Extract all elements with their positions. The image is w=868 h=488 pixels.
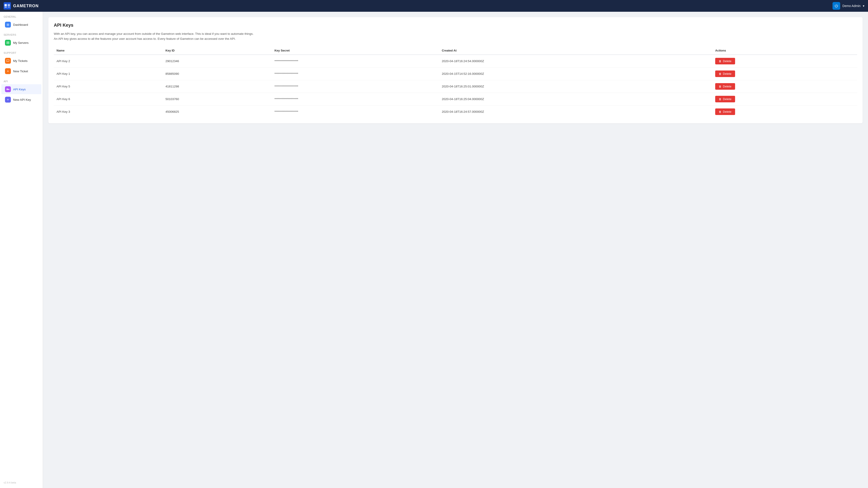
svg-rect-3: [4, 7, 7, 8]
table-row: API Key 6 50103760 ******************** …: [54, 93, 857, 105]
delete-label: Delete: [723, 85, 732, 88]
cell-key-secret: ********************: [272, 68, 439, 80]
layout: General ⊞ Dashboard Servers My Servers S…: [0, 12, 868, 488]
sidebar-item-new-ticket[interactable]: New Ticket: [1, 66, 41, 76]
sidebar-label-my-servers: My Servers: [13, 41, 29, 44]
cell-key-secret: ********************: [272, 55, 439, 68]
logo: GAMETRON: [4, 2, 39, 9]
cell-key-secret: ********************: [272, 93, 439, 105]
cell-actions: 🗑 Delete: [712, 105, 857, 118]
cell-name: API Key 6: [54, 93, 163, 105]
sidebar: General ⊞ Dashboard Servers My Servers S…: [0, 12, 43, 488]
sidebar-section-support: Support: [0, 48, 43, 56]
sidebar-item-api-keys[interactable]: API Keys: [1, 84, 41, 94]
col-created-at: Created At: [439, 46, 712, 55]
cell-key-id: 41811298: [163, 80, 272, 93]
delete-button[interactable]: 🗑 Delete: [715, 108, 735, 115]
user-label: Demo Admin: [842, 4, 861, 8]
cell-created-at: 2020-04-18T16:25:01.000000Z: [439, 80, 712, 93]
cell-actions: 🗑 Delete: [712, 93, 857, 105]
cell-name: API Key 3: [54, 105, 163, 118]
cell-key-id: 50103760: [163, 93, 272, 105]
sidebar-label-new-api-key: New API Key: [13, 98, 31, 101]
table-row: API Key 1 85885090 ******************** …: [54, 68, 857, 80]
trash-icon: 🗑: [719, 72, 721, 75]
header: GAMETRON Demo Admin ▾: [0, 0, 868, 12]
version-label: v2.9.4-beta: [0, 479, 43, 486]
sidebar-label-my-tickets: My Tickets: [13, 59, 28, 63]
cell-key-id: 85885090: [163, 68, 272, 80]
cell-name: API Key 2: [54, 55, 163, 68]
table-row: API Key 3 45006825 ******************** …: [54, 105, 857, 118]
sidebar-section-servers: Servers: [0, 30, 43, 37]
dropdown-arrow: ▾: [863, 4, 864, 8]
dashboard-icon: ⊞: [5, 22, 11, 28]
sidebar-item-dashboard[interactable]: ⊞ Dashboard: [1, 20, 41, 30]
col-key-secret: Key Secret: [272, 46, 439, 55]
delete-label: Delete: [723, 72, 732, 75]
cell-created-at: 2020-04-15T14:52:16.000000Z: [439, 68, 712, 80]
trash-icon: 🗑: [719, 85, 721, 88]
delete-button[interactable]: 🗑 Delete: [715, 58, 735, 64]
api-keys-icon: [5, 86, 11, 92]
new-ticket-icon: [5, 68, 11, 74]
table-row: API Key 5 41811298 ******************** …: [54, 80, 857, 93]
sidebar-section-api: API: [0, 76, 43, 84]
page-description: With an API key, you can access and mana…: [54, 31, 257, 41]
cell-actions: 🗑 Delete: [712, 55, 857, 68]
api-keys-table: Name Key ID Key Secret Created At Action…: [54, 46, 857, 118]
table-body: API Key 2 29012346 ******************** …: [54, 55, 857, 118]
power-icon: [833, 2, 840, 10]
cell-key-id: 29012346: [163, 55, 272, 68]
trash-icon: 🗑: [719, 98, 721, 101]
cell-name: API Key 5: [54, 80, 163, 93]
cell-key-id: 45006825: [163, 105, 272, 118]
delete-label: Delete: [723, 110, 732, 113]
cell-actions: 🗑 Delete: [712, 80, 857, 93]
cell-created-at: 2020-04-18T16:24:57.000000Z: [439, 105, 712, 118]
logo-icon: [4, 2, 11, 9]
svg-rect-1: [4, 4, 7, 6]
cell-name: API Key 1: [54, 68, 163, 80]
content-card: API Keys With an API key, you can access…: [49, 17, 863, 123]
trash-icon: 🗑: [719, 60, 721, 63]
col-key-id: Key ID: [163, 46, 272, 55]
col-actions: Actions: [712, 46, 857, 55]
user-menu[interactable]: Demo Admin ▾: [833, 2, 864, 10]
sidebar-label-api-keys: API Keys: [13, 88, 26, 91]
main-content: API Keys With an API key, you can access…: [43, 12, 868, 488]
logo-text: GAMETRON: [13, 4, 39, 8]
cell-created-at: 2020-04-18T16:25:04.000000Z: [439, 93, 712, 105]
sidebar-item-my-servers[interactable]: My Servers: [1, 38, 41, 48]
delete-button[interactable]: 🗑 Delete: [715, 96, 735, 102]
delete-button[interactable]: 🗑 Delete: [715, 70, 735, 77]
delete-label: Delete: [723, 59, 732, 63]
svg-rect-2: [8, 4, 10, 6]
sidebar-section-general: General: [0, 12, 43, 20]
cell-created-at: 2020-04-18T16:24:54.000000Z: [439, 55, 712, 68]
sidebar-item-my-tickets[interactable]: My Tickets: [1, 56, 41, 66]
cell-actions: 🗑 Delete: [712, 68, 857, 80]
delete-button[interactable]: 🗑 Delete: [715, 83, 735, 90]
delete-label: Delete: [723, 97, 732, 101]
table-row: API Key 2 29012346 ******************** …: [54, 55, 857, 68]
trash-icon: 🗑: [719, 110, 721, 113]
col-name: Name: [54, 46, 163, 55]
my-servers-icon: [5, 40, 11, 46]
svg-rect-4: [8, 7, 10, 8]
sidebar-label-dashboard: Dashboard: [13, 23, 28, 26]
table-header: Name Key ID Key Secret Created At Action…: [54, 46, 857, 55]
cell-key-secret: ********************: [272, 105, 439, 118]
page-title: API Keys: [54, 23, 857, 28]
cell-key-secret: ********************: [272, 80, 439, 93]
sidebar-label-new-ticket: New Ticket: [13, 70, 28, 73]
sidebar-item-new-api-key[interactable]: New API Key: [1, 95, 41, 105]
my-tickets-icon: [5, 58, 11, 64]
new-api-key-icon: [5, 97, 11, 103]
